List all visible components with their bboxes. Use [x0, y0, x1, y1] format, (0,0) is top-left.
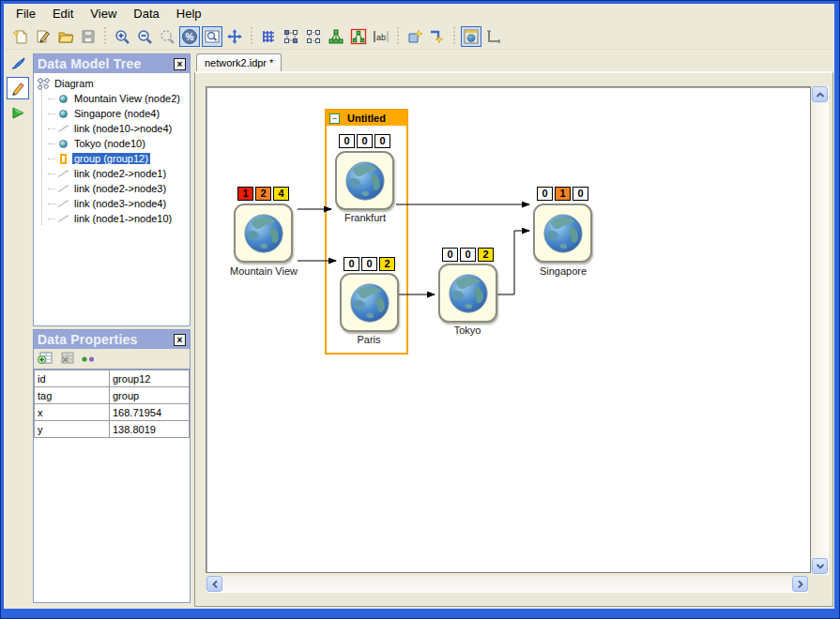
globe-icon [344, 159, 387, 203]
menu-view[interactable]: View [82, 5, 125, 23]
tree-item-link-node2-node1[interactable]: link (node2->node1) [37, 166, 190, 181]
property-value[interactable]: 138.8019 [110, 421, 190, 438]
globe-icon [242, 212, 285, 255]
tree-item-link-node10-node4[interactable]: link (node10->node4) [37, 121, 190, 136]
run-icon[interactable] [7, 101, 29, 124]
tree-item-label: link (node1->node10) [72, 213, 174, 224]
globe-icon [447, 272, 490, 315]
badge: 2 [379, 257, 395, 271]
toolbar-separator [451, 27, 457, 46]
node-singapore[interactable] [533, 204, 592, 263]
options-dots-icon[interactable] [81, 354, 96, 365]
node-paris[interactable] [340, 273, 399, 332]
diagram-links [206, 87, 812, 574]
tree-item-label: link (node3->node4) [72, 198, 168, 209]
open-file-icon[interactable] [55, 26, 76, 47]
badge: 0 [442, 248, 458, 262]
new-node-icon[interactable] [405, 26, 425, 47]
collapse-icon[interactable]: − [329, 113, 340, 124]
node-mountain-view[interactable] [234, 204, 293, 263]
overview-window-icon[interactable] [202, 26, 222, 47]
node-tokyo[interactable] [438, 264, 497, 323]
add-property-icon[interactable] [38, 351, 53, 367]
node-label-paris: Paris [357, 334, 380, 345]
application-window: File Edit View Data Help % ab [0, 0, 840, 619]
badge: 4 [273, 187, 289, 201]
zoom-in-icon[interactable] [112, 26, 132, 47]
node-icon [56, 93, 69, 104]
diagram-canvas[interactable]: − Untitled 0 0 0 [206, 86, 811, 573]
tree-item-singapore[interactable]: Singapore (node4) [37, 106, 190, 121]
menu-edit[interactable]: Edit [44, 5, 82, 23]
badges-singapore: 0 1 0 [537, 187, 588, 201]
tree-item-link-node2-node3[interactable]: link (node2->node3) [37, 181, 190, 196]
group-header[interactable]: − Untitled [327, 111, 406, 126]
tree-item-label: Tokyo (node10) [72, 138, 147, 149]
tree-layout-selected-icon[interactable] [348, 26, 369, 47]
zoom-region-icon[interactable] [157, 26, 177, 47]
tree-item-group12[interactable]: + group (group12) [37, 151, 190, 166]
tab-network2[interactable]: network2.idpr * [196, 53, 282, 71]
link-mode-icon[interactable] [483, 26, 504, 47]
link-node10-node4[interactable] [497, 231, 529, 294]
delete-property-icon[interactable] [59, 351, 75, 367]
edit-pencil-icon[interactable] [7, 77, 29, 99]
tree-layout-icon[interactable] [326, 26, 346, 47]
save-icon[interactable] [78, 26, 99, 47]
property-value[interactable]: group [110, 387, 190, 404]
tree-item-link-node1-node10[interactable]: link (node1->node10) [37, 211, 190, 226]
tab-label: network2.idpr * [205, 57, 273, 68]
svg-text:ab: ab [376, 32, 386, 41]
property-value[interactable]: group12 [110, 370, 190, 387]
editor-area: network2.idpr * − Untitled [194, 53, 833, 607]
data-properties-titlebar[interactable]: Data Properties × [34, 330, 190, 349]
close-icon[interactable]: × [174, 58, 186, 70]
style-editor-icon[interactable] [33, 26, 53, 47]
data-model-tree-titlebar[interactable]: Data Model Tree × [34, 54, 190, 73]
new-link-icon[interactable] [427, 26, 448, 47]
scroll-left-icon[interactable] [206, 576, 222, 592]
scroll-up-icon[interactable] [812, 86, 828, 102]
badge: 2 [478, 248, 494, 262]
property-row[interactable]: id group12 [35, 370, 190, 387]
map-view-icon[interactable] [461, 26, 481, 47]
node-frankfurt[interactable] [335, 151, 394, 210]
horizontal-scrollbar[interactable] [206, 576, 808, 593]
data-model-tree-panel: Data Model Tree × Diagram Mountain View … [33, 53, 191, 326]
scroll-right-icon[interactable] [792, 576, 808, 592]
layout-align-icon[interactable] [303, 26, 324, 47]
scroll-down-icon[interactable] [812, 558, 828, 574]
zoom-percent-icon[interactable]: % [179, 26, 200, 47]
tree-item-label: link (node2->node1) [72, 168, 168, 179]
menu-help[interactable]: Help [168, 5, 210, 23]
property-value[interactable]: 168.71954 [110, 404, 190, 421]
group-title: Untitled [347, 113, 386, 124]
menu-file[interactable]: File [8, 5, 44, 23]
property-row[interactable]: x 168.71954 [35, 404, 190, 421]
badge: 0 [374, 134, 390, 148]
tree-item-link-node3-node4[interactable]: link (node3->node4) [37, 196, 190, 211]
property-key: tag [35, 387, 110, 404]
pan-icon[interactable] [224, 26, 245, 47]
property-row[interactable]: tag group [35, 387, 190, 404]
menu-data[interactable]: Data [125, 5, 167, 23]
toolbar-separator [249, 27, 254, 46]
node-icon [56, 138, 69, 149]
badge: 0 [339, 134, 355, 148]
tree-item-label: Diagram [53, 78, 96, 89]
vertical-scrollbar[interactable] [812, 86, 829, 575]
layout-handles-icon[interactable] [281, 26, 301, 47]
close-icon[interactable]: × [174, 334, 186, 346]
zoom-out-icon[interactable] [134, 26, 155, 47]
properties-table: id group12 tag group x 168.71954 y 138.8… [34, 370, 190, 438]
new-file-icon[interactable] [10, 26, 31, 47]
tree-item-diagram[interactable]: Diagram [37, 76, 190, 91]
grid-icon[interactable] [258, 26, 279, 47]
badges-tokyo: 0 0 2 [442, 248, 494, 262]
label-icon[interactable]: ab [371, 26, 391, 47]
tree-item-tokyo[interactable]: Tokyo (node10) [37, 136, 190, 151]
tab-strip: network2.idpr * [194, 53, 833, 71]
property-row[interactable]: y 138.8019 [35, 421, 190, 438]
tree-item-mountain-view[interactable]: Mountain View (node2) [37, 91, 190, 106]
style-brush-icon[interactable] [7, 53, 29, 75]
